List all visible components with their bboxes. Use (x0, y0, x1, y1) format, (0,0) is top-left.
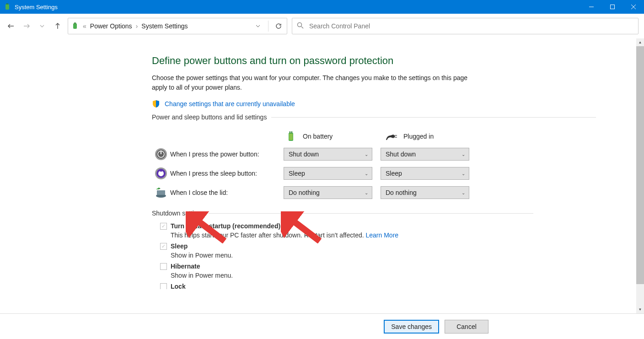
chevron-down-icon: ⌄ (462, 171, 465, 176)
page-title: Define power buttons and turn on passwor… (152, 55, 633, 67)
chevron-right-icon: › (136, 22, 138, 30)
sleep-button-plugged-select[interactable]: Sleep ⌄ (381, 167, 469, 180)
breadcrumb-system-settings[interactable]: System Settings (141, 22, 188, 30)
address-dropdown-icon[interactable] (252, 21, 263, 32)
content-area: Define power buttons and turn on passwor… (0, 38, 644, 313)
sleep-checkbox[interactable]: ✓ (160, 243, 167, 250)
chevron-down-icon: ⌄ (462, 152, 465, 157)
svg-rect-6 (75, 22, 76, 24)
svg-rect-2 (8, 3, 9, 5)
learn-more-link[interactable]: Learn More (366, 231, 399, 239)
svg-rect-21 (157, 190, 165, 195)
sleep-item: ✓ Sleep Show in Power menu. (160, 242, 633, 259)
breadcrumb-power-options[interactable]: Power Options (90, 22, 132, 30)
hibernate-label: Hibernate (171, 263, 200, 270)
address-bar[interactable]: « Power Options › System Settings (68, 18, 287, 34)
maximize-button[interactable] (602, 0, 623, 14)
lock-item: Lock (160, 283, 633, 289)
svg-point-7 (298, 23, 302, 27)
fast-startup-checkbox[interactable]: ✓ (160, 223, 167, 230)
svg-rect-9 (290, 131, 290, 133)
recent-button[interactable] (37, 21, 48, 32)
lid-row: When I close the lid: Do nothing ⌄ Do no… (152, 186, 633, 199)
titlebar: System Settings (0, 0, 644, 14)
sleep-button-row: When I press the sleep button: Sleep ⌄ S… (152, 167, 633, 180)
page-description: Choose the power settings that you want … (152, 73, 472, 92)
hibernate-item: Hibernate Show in Power menu. (160, 263, 633, 279)
svg-rect-11 (289, 134, 293, 140)
app-icon (4, 3, 11, 11)
fast-startup-item: ✓ Turn on fast startup (recommended) Thi… (160, 222, 633, 239)
shield-icon (152, 100, 160, 108)
lid-label: When I close the lid: (170, 189, 284, 196)
vertical-scrollbar[interactable]: ▲ ▼ (636, 38, 644, 313)
svg-rect-4 (73, 23, 77, 29)
svg-rect-13 (394, 137, 397, 138)
svg-rect-5 (74, 22, 75, 24)
lid-icon (154, 186, 168, 199)
window-title: System Settings (15, 4, 58, 11)
chevron-down-icon: ⌄ (365, 171, 368, 176)
plugged-in-header: Plugged in (403, 133, 434, 140)
sleep-button-label: When I press the sleep button: (170, 170, 284, 177)
battery-icon (71, 22, 79, 30)
chevron-down-icon: ⌄ (365, 152, 368, 157)
hibernate-sub: Show in Power menu. (171, 272, 633, 279)
sleep-sub: Show in Power menu. (171, 252, 633, 259)
search-bar[interactable] (292, 18, 639, 34)
search-icon (297, 22, 304, 30)
svg-rect-1 (6, 3, 7, 5)
back-button[interactable] (5, 21, 16, 32)
cancel-button[interactable]: Cancel (445, 320, 488, 334)
on-battery-header: On battery (303, 133, 333, 140)
close-button[interactable] (623, 0, 644, 14)
power-button-row: When I press the power button: Shut down… (152, 147, 633, 161)
search-input[interactable] (308, 22, 633, 30)
battery-header-icon (284, 131, 297, 142)
change-settings-link[interactable]: Change settings that are currently unava… (165, 100, 295, 108)
sleep-button-icon (154, 167, 168, 180)
sleep-label: Sleep (171, 242, 188, 250)
minimize-button[interactable] (581, 0, 602, 14)
scroll-down-button[interactable]: ▼ (636, 306, 644, 313)
power-button-label: When I press the power button: (170, 151, 284, 158)
chevron-down-icon: ⌄ (365, 190, 368, 195)
plugged-header-icon (385, 131, 398, 142)
up-button[interactable] (52, 21, 63, 32)
scroll-thumb[interactable] (636, 46, 644, 284)
svg-rect-10 (291, 131, 292, 133)
nav-toolbar: « Power Options › System Settings (0, 14, 644, 38)
lock-checkbox[interactable] (160, 283, 167, 290)
save-button[interactable]: Save changes (384, 320, 439, 334)
power-button-icon (154, 147, 168, 161)
refresh-button[interactable] (273, 21, 284, 32)
sleep-button-battery-select[interactable]: Sleep ⌄ (284, 167, 372, 180)
footer: Save changes Cancel (0, 313, 644, 339)
power-button-battery-select[interactable]: Shut down ⌄ (284, 148, 372, 161)
power-button-plugged-select[interactable]: Shut down ⌄ (381, 148, 469, 161)
fast-startup-label: Turn on fast startup (recommended) (171, 222, 280, 230)
svg-rect-3 (611, 5, 615, 9)
svg-rect-12 (394, 135, 397, 136)
shutdown-section-label: Shutdown settings (152, 210, 204, 217)
forward-button[interactable] (21, 21, 32, 32)
svg-rect-17 (161, 151, 161, 154)
power-section-label: Power and sleep buttons and lid settings (152, 113, 267, 121)
breadcrumb-overflow-icon[interactable]: « (83, 22, 86, 30)
chevron-down-icon: ⌄ (462, 190, 465, 195)
fast-startup-sub: This helps start your PC faster after sh… (171, 231, 366, 239)
scroll-up-button[interactable]: ▲ (636, 38, 644, 46)
hibernate-checkbox[interactable] (160, 263, 167, 270)
lid-battery-select[interactable]: Do nothing ⌄ (284, 186, 372, 199)
lock-label: Lock (171, 283, 186, 289)
lid-plugged-select[interactable]: Do nothing ⌄ (381, 186, 469, 199)
svg-rect-0 (5, 4, 9, 10)
